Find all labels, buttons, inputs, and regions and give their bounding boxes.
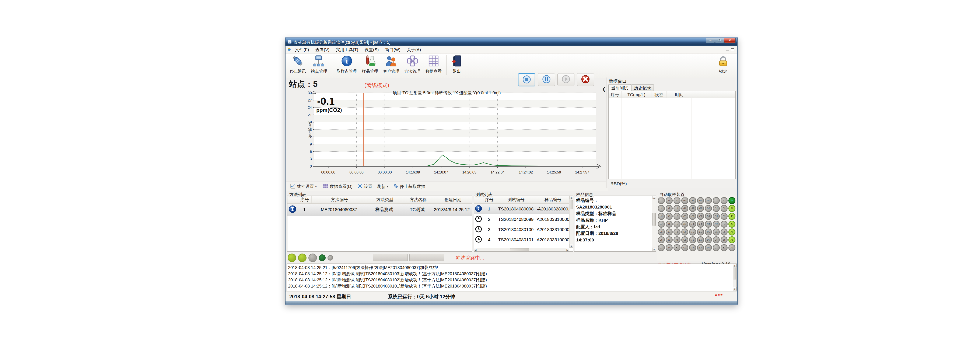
- sampler-well-B2[interactable]: B2: [721, 205, 727, 212]
- menu-item-3[interactable]: 实用工具(T): [332, 46, 361, 53]
- sampler-well-H3[interactable]: H3: [673, 213, 681, 220]
- sampler-well-I7[interactable]: I7: [666, 244, 673, 251]
- stop-run-button[interactable]: [518, 73, 535, 86]
- sampler-well-H5[interactable]: H5: [673, 229, 681, 235]
- sampler-well-B5[interactable]: B5: [721, 229, 727, 235]
- toolbar-button-5[interactable]: 客户管理: [380, 54, 402, 75]
- sampler-well-G3[interactable]: G3: [681, 213, 688, 220]
- sampler-well-C2[interactable]: C2: [713, 205, 720, 212]
- sampler-well-G1[interactable]: G1: [681, 197, 688, 204]
- test-row[interactable]: 3TS201804080100SA2018033100001: [474, 224, 569, 235]
- toolbar-button-6[interactable]: 方法管理: [402, 54, 423, 75]
- sampler-well-A5[interactable]: A5: [729, 229, 735, 235]
- sampler-well-F4[interactable]: F4: [689, 221, 696, 228]
- method-row[interactable]: 1ME201804080037样品测试TC测试2018/4/8 14:25:12: [288, 204, 472, 216]
- scroll-left-icon[interactable]: ◀: [474, 248, 477, 251]
- sampler-well-E1[interactable]: E1: [697, 197, 704, 204]
- test-hscrollbar[interactable]: ◀▶: [474, 248, 569, 251]
- sampler-well-A1[interactable]: A1: [729, 197, 735, 204]
- sampler-well-J1[interactable]: J1: [658, 197, 665, 204]
- sampler-well-D2[interactable]: D2: [705, 205, 712, 212]
- sampler-well-I5[interactable]: I5: [666, 229, 673, 235]
- menu-item-1[interactable]: 文件(F): [292, 46, 312, 53]
- menu-item-6[interactable]: 关于(A): [404, 46, 424, 53]
- sampler-well-G4[interactable]: G4: [681, 221, 688, 228]
- menu-item-2[interactable]: 查看(V): [312, 46, 333, 53]
- sampler-well-G2[interactable]: G2: [681, 205, 688, 212]
- menu-item-4[interactable]: 设置(S): [361, 46, 382, 53]
- test-row[interactable]: 4TS201804080101SA2018033100002: [474, 235, 569, 245]
- sampler-well-G6[interactable]: G6: [681, 236, 688, 243]
- sampler-well-F5[interactable]: F5: [689, 229, 696, 235]
- play-run-button[interactable]: [557, 73, 574, 86]
- lock-button[interactable]: 锁定: [715, 54, 732, 75]
- sampler-well-G7[interactable]: G7: [681, 244, 688, 251]
- sampler-well-B3[interactable]: B3: [721, 213, 727, 220]
- chart-tool-3[interactable]: 设置: [355, 183, 374, 190]
- sampler-well-E2[interactable]: E2: [697, 205, 704, 212]
- toolbar-button-2[interactable]: 站点管理: [309, 54, 329, 75]
- sampler-well-F1[interactable]: F1: [689, 197, 696, 204]
- mdi-minimize-icon[interactable]: [726, 51, 729, 51]
- toolbar-button-4[interactable]: 样品管理: [360, 54, 380, 75]
- chart-tool-4[interactable]: 刷新▾: [375, 184, 390, 189]
- sampler-well-E5[interactable]: E5: [697, 229, 704, 235]
- sampler-well-H6[interactable]: H6: [673, 236, 681, 243]
- sampler-well-E7[interactable]: E7: [697, 244, 704, 251]
- sampler-well-D5[interactable]: D5: [705, 229, 712, 235]
- sampler-well-D4[interactable]: D4: [705, 221, 712, 228]
- test-hscroll-thumb[interactable]: [510, 248, 529, 251]
- sampler-well-F7[interactable]: F7: [689, 244, 696, 251]
- chart-tool-2[interactable]: 数据查看(D): [321, 183, 354, 190]
- sampler-well-H1[interactable]: H1: [673, 197, 681, 204]
- sampler-well-I6[interactable]: I6: [666, 236, 673, 243]
- sampler-well-J5[interactable]: J5: [658, 229, 665, 235]
- test-vscrollbar[interactable]: ▲▼: [570, 196, 573, 248]
- sample-info-scroll-thumb[interactable]: [652, 213, 655, 226]
- sampler-well-C3[interactable]: C3: [713, 213, 720, 220]
- sampler-well-E6[interactable]: E6: [697, 236, 704, 243]
- sampler-well-A2[interactable]: A2: [729, 205, 735, 212]
- sampler-well-A7[interactable]: A7: [729, 244, 735, 251]
- sampler-well-A6[interactable]: A6: [729, 236, 735, 243]
- sampler-well-J6[interactable]: J6: [658, 236, 665, 243]
- toolbar-button-1[interactable]: 停止通讯: [287, 54, 309, 75]
- sampler-well-I2[interactable]: I2: [666, 205, 673, 212]
- sampler-well-B1[interactable]: B1: [721, 197, 727, 204]
- sampler-well-J3[interactable]: J3: [658, 213, 665, 220]
- scroll-right-icon[interactable]: ▶: [566, 248, 569, 251]
- close-button[interactable]: ✕: [724, 38, 736, 43]
- pause-run-button[interactable]: [538, 73, 555, 86]
- tab-history[interactable]: 历史记录: [631, 84, 654, 92]
- sampler-well-E3[interactable]: E3: [697, 213, 704, 220]
- sampler-well-D7[interactable]: D7: [705, 244, 712, 251]
- log-scrollbar[interactable]: ▲▼: [733, 264, 737, 291]
- sampler-well-C1[interactable]: C1: [713, 197, 720, 204]
- chart-tool-1[interactable]: 线性设置▾: [288, 183, 318, 190]
- sampler-well-E4[interactable]: E4: [697, 221, 704, 228]
- toolbar-button-7[interactable]: 数据查看: [423, 54, 444, 75]
- sampler-well-D3[interactable]: D3: [705, 213, 712, 220]
- toolbar-button-8[interactable]: 退出: [449, 54, 465, 75]
- maximize-button[interactable]: ❐: [715, 38, 724, 43]
- sampler-well-B4[interactable]: B4: [721, 221, 727, 228]
- scroll-down-icon[interactable]: ▼: [570, 244, 573, 248]
- scroll-up-icon[interactable]: ▲: [570, 196, 573, 199]
- sampler-well-H7[interactable]: H7: [673, 244, 681, 251]
- sampler-well-H4[interactable]: H4: [673, 221, 681, 228]
- sampler-well-G5[interactable]: G5: [681, 229, 688, 235]
- sampler-well-J2[interactable]: J2: [658, 205, 665, 212]
- title-bar[interactable]: 泰林总有机碳分析系统软件[zt(by.h)限制] - [站点：5] ─ ❐ ✕: [285, 38, 737, 46]
- sampler-well-A4[interactable]: A4: [729, 221, 735, 228]
- sampler-well-I1[interactable]: I1: [666, 197, 673, 204]
- sampler-well-F3[interactable]: F3: [689, 213, 696, 220]
- sampler-well-J7[interactable]: J7: [658, 244, 665, 251]
- scroll-up-icon[interactable]: ▲: [733, 264, 737, 267]
- sampler-well-I3[interactable]: I3: [666, 213, 673, 220]
- chart-tool-5[interactable]: 停止获取数据: [391, 183, 427, 190]
- tab-current-test[interactable]: 当前测试: [608, 84, 631, 92]
- toolbar-button-3[interactable]: i取样点管理: [334, 54, 360, 75]
- cancel-run-button[interactable]: [577, 73, 594, 86]
- sample-info-scrollbar[interactable]: ▲▼: [652, 196, 656, 251]
- mdi-restore-icon[interactable]: [731, 48, 734, 51]
